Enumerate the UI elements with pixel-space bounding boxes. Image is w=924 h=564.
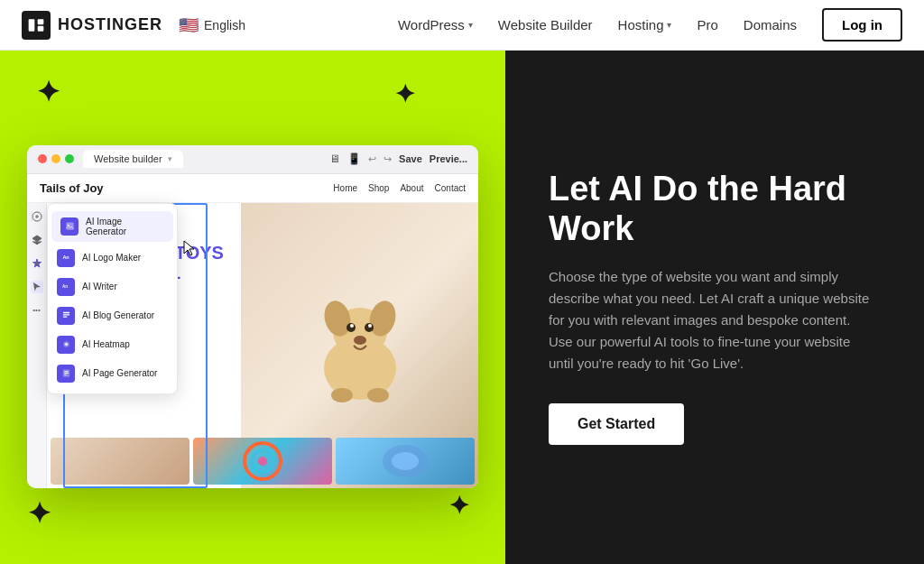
hero-title: Let AI Do the Hard Work [549,170,873,248]
nav-item-website-builder[interactable]: Website Builder [498,17,593,32]
chevron-down-icon-hosting: ▾ [667,20,671,30]
svg-point-16 [65,344,67,346]
ai-heatmap-icon [57,336,75,354]
dog-illustration [301,282,419,409]
dropdown-item-label-6: AI Page Generator [82,368,157,378]
preview-button[interactable]: Previe... [430,153,467,164]
browser-tab[interactable]: Website builder ▾ [83,150,183,168]
dropdown-item-page-gen[interactable]: AI Page Generator [48,359,177,388]
dropdown-item-logo-maker[interactable]: An AI Logo Maker [48,244,177,273]
svg-rect-11 [62,312,69,313]
redo-icon[interactable]: ↪ [383,153,392,165]
dropdown-item-label-3: AI Writer [82,282,117,291]
svg-text:An: An [61,284,67,289]
site-nav-home: Home [333,183,357,193]
hero-right-panel: Let AI Do the Hard Work Choose the type … [505,51,924,564]
undo-icon[interactable]: ↩ [368,153,376,165]
svg-rect-2 [38,25,44,31]
site-navbar: Tails of Joy Home Shop About Contact [27,174,478,203]
ai-logo-icon: An [57,249,75,267]
svg-rect-7 [66,222,73,229]
browser-tab-label: Website builder [94,153,162,164]
star-decoration-bl: ✦ [27,499,51,528]
svg-rect-20 [64,374,67,375]
logo-text: HOSTINGER [58,15,162,34]
browser-controls [38,154,74,163]
flag-icon: 🇺🇸 [179,15,199,35]
hostinger-icon [27,16,45,34]
ai-tools-dropdown[interactable]: AI Image Generator An AI Logo Maker An A… [47,203,178,394]
nav-item-pro[interactable]: Pro [697,17,717,32]
svg-point-29 [354,336,366,345]
ai-writer-icon: An [57,278,75,296]
browser-mockup: Website builder ▾ 🖥 📱 ↩ ↪ Save Previe...… [27,145,478,488]
mobile-icon[interactable]: 📱 [347,153,361,165]
svg-point-36 [392,452,419,470]
login-button[interactable]: Log in [822,8,902,42]
toolbar-add-icon[interactable] [31,210,43,223]
hero-content: Let AI Do the Hard Work Choose the type … [549,170,873,445]
dropdown-item-heatmap[interactable]: AI Heatmap [48,330,177,359]
dropdown-item-writer[interactable]: An AI Writer [48,273,177,301]
site-toolbar: ••• [27,203,47,488]
site-brand: Tails of Joy [40,181,104,195]
hero-left-panel: ✦ ✦ ✦ ✦ Website builder ▾ 🖥 📱 [0,51,505,564]
svg-marker-6 [32,236,42,242]
svg-point-31 [367,388,389,402]
site-nav-contact: Contact [435,183,466,193]
navbar: HOSTINGER 🇺🇸 English WordPress ▾ Website… [0,0,924,51]
browser-max-dot [65,154,74,163]
ai-page-icon [57,365,75,383]
dropdown-item-image-generator[interactable]: AI Image Generator [51,211,173,242]
svg-rect-13 [62,316,67,317]
svg-rect-0 [29,19,35,31]
svg-point-30 [331,388,353,402]
logo-icon [22,11,51,40]
toolbar-more-icon[interactable]: ••• [31,304,43,317]
dropdown-item-label-2: AI Logo Maker [82,253,141,263]
browser-min-dot [51,154,60,163]
nav-item-wordpress[interactable]: WordPress ▾ [398,17,473,32]
toy-strip [47,434,478,488]
nav-item-hosting[interactable]: Hosting ▾ [618,17,672,32]
dropdown-item-blog[interactable]: AI Blog Generator [48,301,177,330]
toolbar-cursor-icon[interactable] [31,281,43,293]
navbar-nav: WordPress ▾ Website Builder Hosting ▾ Pr… [398,8,902,42]
desktop-icon[interactable]: 🖥 [329,153,340,165]
hero-description: Choose the type of website you want and … [549,266,873,374]
get-started-button[interactable]: Get Started [549,403,684,445]
save-button[interactable]: Save [399,153,422,164]
browser-close-dot [38,154,47,163]
site-nav-about: About [400,183,423,193]
svg-point-34 [258,457,267,466]
svg-rect-12 [62,314,69,315]
svg-point-27 [350,324,354,328]
toolbar-layers-icon[interactable] [31,234,43,246]
ai-image-icon [60,217,79,236]
chevron-down-icon: ▾ [468,20,473,30]
hero-section: ✦ ✦ ✦ ✦ Website builder ▾ 🖥 📱 [0,51,924,564]
svg-rect-1 [38,19,44,24]
dropdown-item-label: AI Image Generator [86,217,164,236]
language-label: English [204,18,245,32]
svg-text:An: An [62,254,69,260]
svg-point-28 [368,324,372,328]
toolbar-ai-icon[interactable] [31,257,43,270]
site-nav-links: Home Shop About Contact [333,183,466,193]
dropdown-item-label-4: AI Blog Generator [82,310,154,320]
toy-image-1 [51,438,189,485]
star-decoration-br: ✦ [448,494,469,519]
chevron-tab-icon: ▾ [168,154,172,163]
toy-image-3 [336,438,475,485]
logo[interactable]: HOSTINGER [22,11,162,40]
language-selector[interactable]: 🇺🇸 English [179,15,245,35]
dropdown-item-label-5: AI Heatmap [82,339,130,349]
svg-rect-19 [64,373,69,374]
browser-actions: 🖥 📱 ↩ ↪ Save Previe... [329,153,467,165]
site-nav-shop: Shop [368,183,389,193]
star-decoration-tl: ✦ [36,78,60,106]
browser-bar: Website builder ▾ 🖥 📱 ↩ ↪ Save Previe... [27,145,478,174]
svg-rect-18 [64,371,69,372]
ai-blog-icon [57,307,75,325]
nav-item-domains[interactable]: Domains [744,17,797,32]
